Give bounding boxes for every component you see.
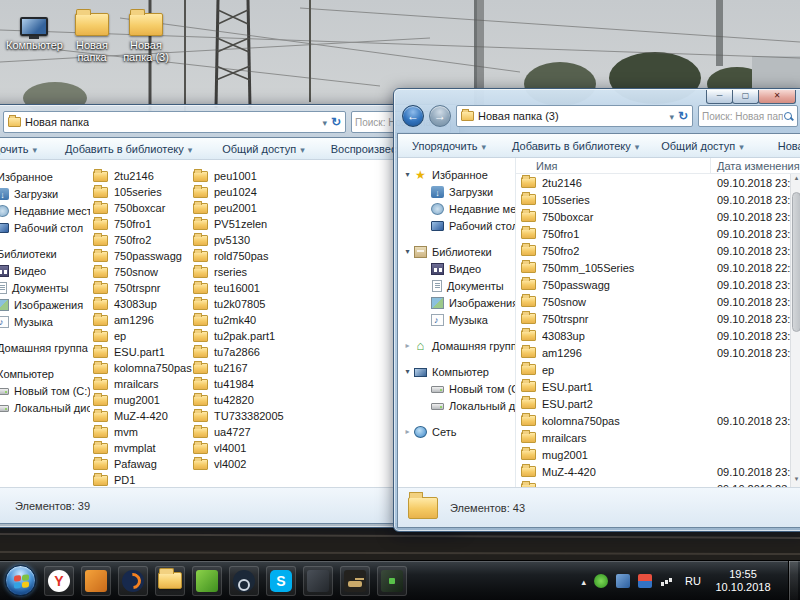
file-row[interactable]: MuZ-4-420 09.10.2018 23:02 [516, 463, 800, 480]
hidden-icons-arrow[interactable] [582, 575, 587, 587]
file-row[interactable]: 750passwagg 09.10.2018 23:02 [516, 276, 800, 293]
nav-item-homegroup[interactable]: Домашняя группа [398, 337, 515, 354]
nav-item-computer[interactable]: Компьютер [398, 363, 515, 380]
file-row[interactable]: Pafawag [93, 456, 193, 472]
add-to-library-button[interactable]: Добавить в библиотеку [504, 137, 647, 155]
nav-item-documents[interactable]: Документы [398, 277, 515, 294]
file-row[interactable]: tu2mk40 [193, 312, 303, 328]
file-row[interactable]: ep [93, 328, 193, 344]
taskbar-icon-world-of-tanks[interactable] [340, 566, 370, 596]
file-row[interactable]: mrailcars [93, 376, 193, 392]
column-header-date[interactable]: Дата изменения [711, 158, 800, 173]
address-bar[interactable]: Новая папка (3) [456, 105, 693, 127]
tree-arrow-icon[interactable] [402, 427, 413, 436]
file-row[interactable]: ESU.part2 [516, 395, 800, 412]
file-row[interactable]: teu16001 [193, 280, 303, 296]
nav-item-computer[interactable]: Компьютер [0, 365, 90, 382]
desktop-icon-new-folder[interactable]: Новая папка [64, 6, 120, 63]
taskbar-icon-dark-app-2[interactable] [377, 566, 407, 596]
address-bar[interactable]: Новая папка [3, 111, 346, 133]
taskbar-icon-explorer[interactable] [155, 566, 185, 596]
desktop-icon-computer[interactable]: Компьютер [6, 6, 62, 51]
share-button[interactable]: Общий доступ [214, 140, 312, 158]
file-row[interactable]: mug2001 [93, 392, 193, 408]
nav-item-drive-f[interactable]: Локальный диск (F: [0, 399, 90, 416]
nav-item-favorites[interactable]: Избранное [398, 166, 515, 183]
file-row[interactable]: 750boxcar 09.10.2018 23:01 [516, 208, 800, 225]
nav-item-pictures[interactable]: Изображения [0, 296, 90, 313]
maximize-button[interactable]: ▢ [732, 90, 759, 104]
nav-item-drive-c[interactable]: Новый том (C:) [0, 382, 90, 399]
nav-item-music[interactable]: Музыка [0, 313, 90, 330]
file-row[interactable]: am1296 [93, 312, 193, 328]
file-row[interactable]: ESU.part1 [93, 344, 193, 360]
file-row[interactable]: 750snow 09.10.2018 23:02 [516, 293, 800, 310]
back-button[interactable] [402, 105, 424, 127]
nav-item-recent[interactable]: Недавние места [398, 200, 515, 217]
breadcrumb[interactable]: Новая папка [25, 116, 89, 128]
nav-item-pictures[interactable]: Изображения [398, 294, 515, 311]
scroll-down-icon[interactable] [791, 475, 800, 487]
desktop-icon-new-folder-3[interactable]: Новая папка (3) [118, 6, 174, 63]
file-row[interactable]: mug2001 [516, 446, 800, 463]
file-row[interactable]: rold750pas [193, 248, 303, 264]
address-dropdown-icon[interactable] [669, 110, 674, 122]
nav-item-documents[interactable]: Документы [0, 279, 90, 296]
breadcrumb[interactable]: Новая папка (3) [478, 110, 559, 122]
nav-item-network[interactable]: Сеть [398, 423, 515, 440]
file-row[interactable]: 43083up [93, 296, 193, 312]
file-row[interactable]: 750trspnr [93, 280, 193, 296]
show-desktop-button[interactable] [788, 561, 798, 600]
new-folder-button[interactable]: Новая папка [770, 137, 800, 155]
taskbar-icon-green-app[interactable] [192, 566, 222, 596]
file-row[interactable]: mvmplat [93, 440, 193, 456]
tray-icon-green[interactable] [594, 574, 608, 588]
tray-icon-blue[interactable] [616, 574, 630, 588]
file-row[interactable]: peu2001 [193, 200, 303, 216]
scroll-up-icon[interactable] [791, 174, 800, 186]
file-row[interactable]: tu2pak.part1 [193, 328, 303, 344]
file-row[interactable]: 105series [93, 184, 193, 200]
nav-item-drive-c[interactable]: Новый том (C:) [398, 380, 515, 397]
file-row[interactable]: 750mm_105Series 09.10.2018 22:15 [516, 259, 800, 276]
file-row[interactable]: 750snow [93, 264, 193, 280]
file-row[interactable]: tu42820 [193, 392, 303, 408]
taskbar-clock[interactable]: 19:55 10.10.2018 [712, 568, 774, 594]
search-box[interactable] [698, 105, 798, 127]
close-button[interactable]: ✕ [758, 90, 796, 104]
minimize-button[interactable]: ─ [706, 90, 733, 104]
file-row[interactable]: kolomna750pas [93, 360, 193, 376]
file-row[interactable]: mvm 09.10.2018 23:02 [516, 480, 800, 487]
nav-item-video[interactable]: Видео [0, 262, 90, 279]
tree-arrow-icon[interactable] [402, 341, 413, 350]
file-row[interactable]: 750passwagg [93, 248, 193, 264]
file-row[interactable]: ep [516, 361, 800, 378]
file-row[interactable]: PV51zelen [193, 216, 303, 232]
file-row[interactable]: tu2167 [193, 360, 303, 376]
tree-arrow-icon[interactable] [402, 170, 413, 179]
file-row[interactable]: vl4002 [193, 456, 303, 472]
vertical-scrollbar[interactable] [790, 174, 800, 487]
nav-item-libraries[interactable]: Библиотеки [0, 245, 90, 262]
refresh-icon[interactable] [331, 115, 341, 129]
organize-button[interactable]: Упорядочить [0, 140, 45, 158]
start-button[interactable] [5, 565, 36, 596]
tree-arrow-icon[interactable] [402, 247, 413, 256]
taskbar-icon-yandex[interactable] [44, 566, 74, 596]
file-row[interactable]: ESU.part1 [516, 378, 800, 395]
file-row[interactable]: tu7a2866 [193, 344, 303, 360]
file-row[interactable]: tu2k07805 [193, 296, 303, 312]
nav-item-libraries[interactable]: Библиотеки [398, 243, 515, 260]
forward-button[interactable] [429, 105, 451, 127]
search-input[interactable] [702, 111, 783, 122]
add-to-library-button[interactable]: Добавить в библиотеку [57, 140, 200, 158]
file-row[interactable]: 750trspnr 09.10.2018 23:02 [516, 310, 800, 327]
nav-item-downloads[interactable]: Загрузки [0, 185, 90, 202]
file-row[interactable]: 750fro1 09.10.2018 23:01 [516, 225, 800, 242]
file-row[interactable]: 105series 09.10.2018 23:01 [516, 191, 800, 208]
file-row[interactable]: ua4727 [193, 424, 303, 440]
file-row[interactable]: vl4001 [193, 440, 303, 456]
file-row[interactable]: mrailcars [516, 429, 800, 446]
file-row[interactable]: 2tu2146 [93, 168, 193, 184]
file-row[interactable]: 750boxcar [93, 200, 193, 216]
